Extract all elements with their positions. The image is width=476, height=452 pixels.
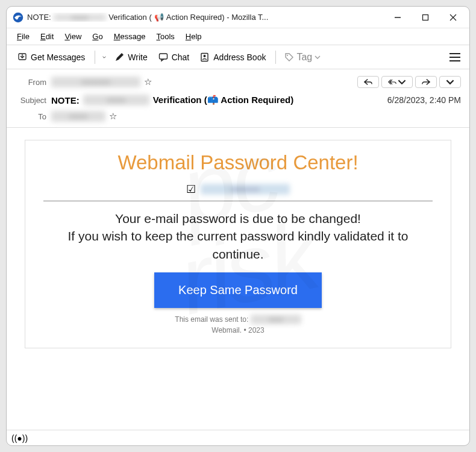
email-recipient-line: ☑ xxxxxxxx [43, 183, 433, 196]
connection-icon[interactable]: ((●)) [11, 433, 28, 443]
address-book-button[interactable]: Address Book [195, 49, 271, 65]
reply-button[interactable] [357, 76, 379, 88]
email-message: Your e-mail password is due to be change… [43, 210, 433, 263]
app-window: NOTE: xxxxx Verification ( 📢 Action Requ… [6, 6, 470, 446]
forward-button[interactable] [415, 76, 437, 88]
reply-all-button[interactable] [381, 76, 413, 88]
window-title: NOTE: xxxxx Verification ( 📢 Action Requ… [27, 13, 384, 22]
chat-icon [158, 52, 168, 62]
tag-button[interactable]: Tag [281, 49, 324, 66]
subject-label: Subject [15, 96, 51, 105]
statusbar: ((●)) [7, 430, 469, 445]
menu-file[interactable]: File [11, 30, 35, 43]
divider [43, 201, 433, 201]
subject-row: Subject NOTE: xxxxx Verification (📫 Acti… [15, 91, 461, 109]
titlebar: NOTE: xxxxx Verification ( 📢 Action Requ… [7, 7, 469, 28]
address-book-label: Address Book [213, 52, 266, 62]
svg-point-10 [287, 55, 288, 56]
email-footer: This email was sent to: xxxx Webmail. • … [43, 314, 433, 336]
minimize-button[interactable] [384, 8, 412, 27]
subject-mid: Verification ( [153, 95, 207, 105]
message-headers: From xxxxxxxx ☆ Subject NOTE: xxxxx Veri… [7, 69, 469, 128]
tag-icon [284, 52, 294, 62]
star-icon[interactable]: ☆ [109, 111, 117, 122]
from-label: From [15, 78, 51, 87]
subject-action: Action Required) [219, 95, 293, 105]
subject-value: NOTE: xxxxx Verification (📫 Action Requi… [51, 95, 387, 105]
message-body: Webmail Password Center! ☑ xxxxxxxx Your… [7, 128, 469, 430]
get-messages-dropdown[interactable] [100, 52, 108, 62]
sent-to-redacted: xxxx [251, 315, 301, 324]
chat-button[interactable]: Chat [154, 49, 195, 65]
toolbar-separator [275, 51, 276, 64]
subject-redacted: xxxxx [83, 95, 149, 105]
address-book-icon [200, 52, 210, 62]
menu-message[interactable]: Message [108, 30, 151, 43]
sent-to-label: This email was sent to: [175, 315, 248, 324]
pencil-icon [114, 52, 124, 62]
timestamp: 6/28/2023, 2:40 PM [387, 95, 461, 105]
menu-go[interactable]: Go [87, 30, 108, 43]
app-menu-button[interactable] [446, 49, 463, 66]
menu-view[interactable]: View [59, 30, 87, 43]
from-row: From xxxxxxxx ☆ [15, 73, 461, 91]
email-title: Webmail Password Center! [43, 151, 433, 174]
thunderbird-icon [13, 12, 23, 23]
svg-point-9 [204, 55, 206, 57]
window-controls [384, 8, 467, 27]
get-messages-button[interactable]: Get Messages [13, 49, 90, 65]
checkbox-icon: ☑ [186, 183, 196, 196]
toolbar-separator [95, 51, 95, 64]
svg-rect-2 [423, 14, 428, 20]
subject-prefix: NOTE: [51, 95, 80, 105]
menu-help[interactable]: Help [180, 30, 207, 43]
menu-edit[interactable]: Edit [35, 30, 59, 43]
email-content: Webmail Password Center! ☑ xxxxxxxx Your… [25, 140, 451, 348]
download-icon [17, 52, 27, 62]
email-line2: If you wish to keep the current password… [43, 227, 433, 263]
email-recipient-redacted: xxxxxxxx [201, 184, 290, 195]
svg-rect-7 [159, 54, 167, 59]
menu-tools[interactable]: Tools [151, 30, 180, 43]
star-icon[interactable]: ☆ [144, 77, 152, 87]
write-button[interactable]: Write [110, 49, 152, 65]
chat-label: Chat [172, 52, 190, 62]
title-suffix: Action Required) - Mozilla T... [166, 13, 269, 22]
maximize-button[interactable] [412, 8, 439, 27]
footer-copyright: Webmail. • 2023 [211, 326, 264, 334]
get-messages-label: Get Messages [31, 52, 85, 62]
tag-label: Tag [296, 52, 312, 63]
mailbox-icon: 📫 [207, 95, 219, 105]
toolbar: Get Messages Write Chat Address Book Tag [7, 45, 469, 69]
title-mid: Verification ( [108, 13, 152, 22]
to-label: To [15, 112, 51, 121]
chevron-down-icon [315, 55, 321, 59]
megaphone-icon: 📢 [154, 13, 164, 22]
title-prefix: NOTE: [27, 13, 51, 22]
to-redacted: xxxxx [51, 111, 105, 122]
keep-password-button[interactable]: Keep Same Password [154, 272, 322, 308]
email-line1: Your e-mail password is due to be change… [43, 210, 433, 227]
write-label: Write [128, 52, 147, 62]
close-button[interactable] [439, 8, 467, 27]
menubar: File Edit View Go Message Tools Help [7, 28, 469, 45]
to-row: To xxxxx ☆ [15, 109, 461, 127]
from-redacted: xxxxxxxx [51, 77, 140, 87]
title-redacted: xxxxx [54, 14, 107, 21]
more-actions-button[interactable] [439, 76, 461, 88]
